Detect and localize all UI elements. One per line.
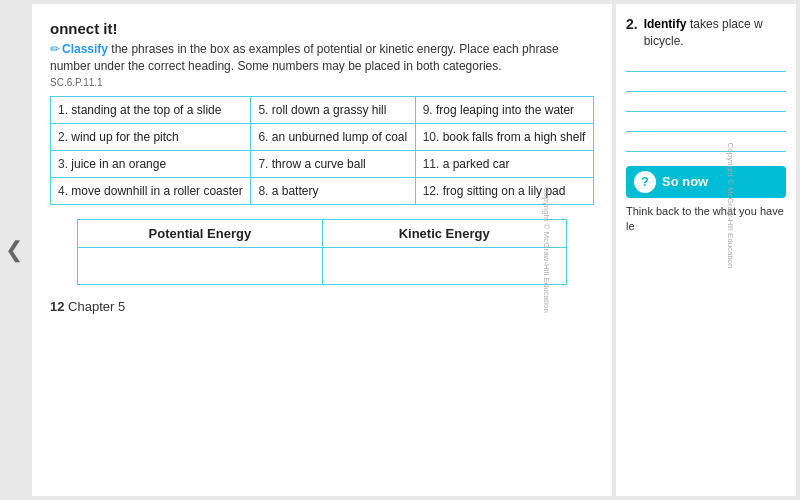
answer-lines[interactable] [626,58,786,152]
connect-title: onnect it! [50,20,594,37]
phrase-num-6: 6. [258,130,268,144]
pencil-icon: ✏ [50,41,60,58]
phrase-num-7: 7. [258,157,268,171]
phrase-cell-4: 4. move downhill in a roller coaster [51,178,251,205]
phrases-table: 1. standing at the top of a slide 5. rol… [50,96,594,206]
chapter-label: Chapter 5 [68,299,125,314]
left-nav[interactable]: ❮ [0,0,28,500]
phrase-num-2: 2. [58,130,68,144]
answer-line-3[interactable] [626,98,786,112]
identify-label: Identify [644,17,687,31]
phrase-cell-12: 12. frog sitting on a lily pad [415,178,593,205]
potential-energy-header: Potential Energy [78,220,322,248]
phrase-cell-8: 8. a battery [251,178,415,205]
copyright-watermark-left: Copyright © McGraw-Hill Education [543,187,552,313]
phrase-num-9: 9. [423,103,433,117]
chapter-footer: 12 Chapter 5 [50,299,594,314]
answer-line-5[interactable] [626,138,786,152]
phrase-cell-10: 10. book falls from a high shelf [415,123,593,150]
so-now-icon: ? [634,171,656,193]
potential-energy-answer[interactable] [78,248,322,285]
kinetic-energy-answer[interactable] [322,248,566,285]
phrase-cell-5: 5. roll down a grassy hill [251,96,415,123]
phrase-num-5: 5. [258,103,268,117]
left-page: onnect it! ✏Classify the phrases in the … [32,4,612,496]
energy-categories-table: Potential Energy Kinetic Energy [77,219,567,285]
question-number: 2. [626,16,638,32]
phrase-cell-3: 3. juice in an orange [51,150,251,177]
so-now-label: So now [662,174,708,189]
answer-line-1[interactable] [626,58,786,72]
phrase-num-10: 10. [423,130,440,144]
table-row: 3. juice in an orange 7. throw a curve b… [51,150,594,177]
table-row: 4. move downhill in a roller coaster 8. … [51,178,594,205]
classify-keyword: Classify [62,42,108,56]
page-number: 12 [50,299,64,314]
table-row: 2. wind up for the pitch 6. an unburned … [51,123,594,150]
so-now-text: Think back to the what you have le [626,204,786,235]
page-container: onnect it! ✏Classify the phrases in the … [28,0,800,500]
prev-page-arrow[interactable]: ❮ [5,237,23,263]
identify-section: Identify takes place w bicycle. [644,16,786,50]
so-now-box: ? So now [626,166,786,198]
table-row: 1. standing at the top of a slide 5. rol… [51,96,594,123]
right-page: 2. Identify takes place w bicycle. ? So … [616,4,796,496]
phrase-cell-11: 11. a parked car [415,150,593,177]
answer-line-2[interactable] [626,78,786,92]
instruction-body: the phrases in the box as examples of po… [50,42,559,73]
classify-instruction: ✏Classify the phrases in the box as exam… [50,41,594,75]
energy-header-row: Potential Energy Kinetic Energy [78,220,567,248]
answer-line-4[interactable] [626,118,786,132]
phrase-cell-6: 6. an unburned lump of coal [251,123,415,150]
phrase-cell-2: 2. wind up for the pitch [51,123,251,150]
phrase-num-3: 3. [58,157,68,171]
copyright-watermark-right: Copyright © McGraw-Hill Education [727,142,736,268]
phrase-num-11: 11. [423,157,440,171]
kinetic-energy-header: Kinetic Energy [322,220,566,248]
phrase-cell-1: 1. standing at the top of a slide [51,96,251,123]
phrase-num-12: 12. [423,184,440,198]
phrase-num-8: 8. [258,184,268,198]
phrase-num-4: 4. [58,184,68,198]
energy-answer-row[interactable] [78,248,567,285]
phrase-cell-9: 9. frog leaping into the water [415,96,593,123]
phrase-num-1: 1. [58,103,68,117]
phrase-cell-7: 7. throw a curve ball [251,150,415,177]
standard-code: SC.6.P.11.1 [50,77,594,88]
